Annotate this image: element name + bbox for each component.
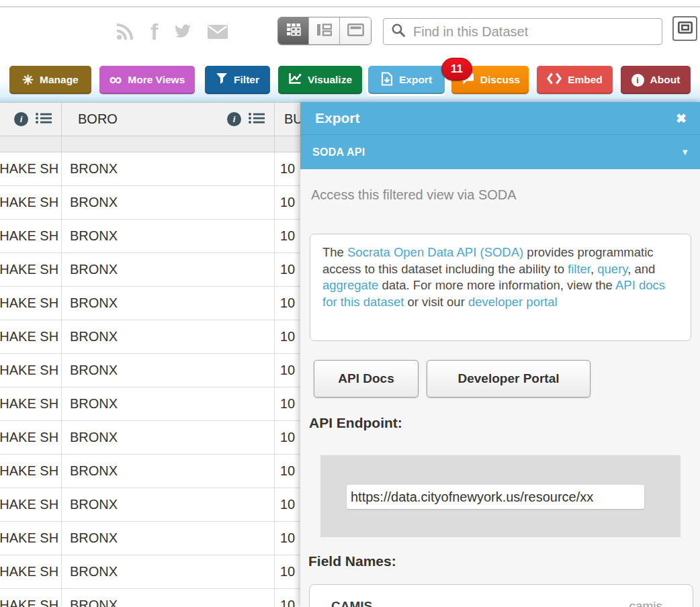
more-views-button[interactable]: ∞ More Views — [99, 66, 195, 94]
cell-boro[interactable]: BRONX — [62, 455, 275, 487]
cell-dba[interactable]: SHAKE SH — [0, 488, 62, 521]
toolbar: f — [0, 12, 700, 51]
embed-button[interactable]: Embed — [537, 66, 613, 94]
text-segment: or visit our — [404, 295, 468, 309]
view-toggle-group — [277, 17, 371, 45]
text-segment: The — [322, 245, 347, 259]
soda-intro-text: Access this filtered view via SODA — [311, 187, 517, 203]
cell-dba[interactable]: SHAKE SH — [0, 589, 62, 607]
cell-boro[interactable]: BRONX — [62, 287, 275, 320]
header-icons: i — [227, 111, 274, 128]
column-header-boro[interactable]: BORO i — [62, 103, 275, 136]
cell-dba[interactable]: SHAKE SH — [0, 354, 62, 387]
cell-dba[interactable]: SHAKE SH — [0, 253, 62, 286]
field-api-name: camis — [629, 599, 662, 607]
page-view-button[interactable] — [340, 17, 371, 44]
field-display-name: CAMIS — [331, 599, 372, 607]
cell-dba[interactable]: SHAKE SH — [0, 287, 62, 320]
cell-boro[interactable]: BRONX — [62, 354, 275, 387]
rss-icon[interactable] — [116, 22, 134, 41]
cell-boro[interactable]: BRONX — [62, 186, 275, 219]
api-endpoint-box — [320, 455, 681, 537]
field-row: CAMIScamis — [331, 599, 662, 607]
download-doc-icon — [381, 72, 393, 89]
field-names-label: Field Names: — [308, 553, 396, 569]
action-bar: ✳ Manage ∞ More Views Filter Visualize E… — [0, 51, 700, 102]
cell-dba[interactable]: SHAKE SH — [0, 522, 62, 555]
cell-boro[interactable]: BRONX — [62, 152, 275, 185]
column-header-dba[interactable]: i — [0, 103, 62, 136]
manage-button[interactable]: ✳ Manage — [9, 66, 91, 94]
top-divider — [0, 6, 700, 7]
more-views-label: More Views — [128, 74, 185, 86]
cell-boro[interactable]: BRONX — [62, 253, 275, 286]
cell-dba[interactable]: SHAKE SH — [0, 555, 62, 588]
fullscreen-icon — [678, 21, 693, 36]
column-info-icon[interactable]: i — [227, 112, 241, 126]
cell-boro[interactable]: BRONX — [62, 522, 275, 555]
cell-boro[interactable]: BRONX — [62, 488, 275, 521]
fullscreen-button[interactable] — [672, 16, 697, 41]
discuss-label: Discuss — [480, 74, 520, 86]
soda-api-label: SODA API — [312, 146, 365, 158]
filter-button[interactable]: Filter — [205, 66, 270, 94]
header-icons: i — [14, 111, 61, 128]
cell-boro[interactable]: BRONX — [62, 387, 275, 420]
grid-view-icon — [286, 23, 301, 39]
email-icon[interactable] — [208, 25, 228, 39]
column-menu-icon[interactable] — [248, 111, 265, 128]
text-segment: , and — [627, 262, 655, 276]
api-endpoint-input[interactable] — [347, 485, 644, 509]
rich-list-view-button[interactable] — [309, 17, 340, 44]
grid-view-button[interactable] — [278, 17, 309, 44]
inline-link[interactable]: Socrata Open Data API (SODA) — [347, 245, 523, 259]
cell-dba[interactable]: SHAKE SH — [0, 387, 62, 420]
api-docs-button[interactable]: API Docs — [314, 360, 419, 398]
column-label: BORO — [78, 111, 118, 127]
close-icon[interactable]: ✖ — [676, 111, 687, 126]
discuss-count-badge: 11 — [441, 58, 472, 81]
find-in-dataset-search — [383, 18, 662, 45]
about-label: About — [650, 74, 681, 86]
api-endpoint-label: API Endpoint: — [309, 415, 402, 431]
inline-link[interactable]: query — [597, 262, 627, 276]
developer-portal-button[interactable]: Developer Portal — [427, 360, 590, 398]
chart-icon — [288, 73, 302, 87]
export-panel-header: Export ✖ — [300, 102, 700, 134]
manage-label: Manage — [40, 74, 79, 86]
inline-link[interactable]: developer portal — [468, 295, 558, 309]
cell-boro[interactable]: BRONX — [62, 320, 275, 353]
search-input[interactable] — [413, 24, 655, 40]
cell-dba[interactable]: SHAKE SH — [0, 152, 62, 185]
about-button[interactable]: i About — [621, 66, 691, 94]
twitter-icon[interactable] — [174, 24, 191, 39]
cell-boro[interactable]: BRONX — [62, 421, 275, 454]
text-segment: , — [590, 262, 597, 276]
inline-link[interactable]: aggregate — [322, 278, 378, 292]
cell-dba[interactable]: SHAKE SH — [0, 220, 62, 252]
visualize-button[interactable]: Visualize — [278, 66, 362, 94]
binoculars-icon: ∞ — [110, 71, 122, 88]
gear-icon: ✳ — [22, 73, 34, 87]
cell-boro[interactable]: BRONX — [62, 589, 275, 607]
cell-boro[interactable]: BRONX — [62, 220, 275, 252]
column-info-icon[interactable]: i — [14, 112, 28, 126]
soda-api-section-header[interactable]: SODA API ▼ — [300, 134, 700, 169]
inline-link[interactable]: filter — [568, 262, 590, 276]
text-segment: data. For more more information, view th… — [378, 278, 615, 292]
chevron-down-icon: ▼ — [681, 147, 689, 157]
funnel-icon — [216, 73, 228, 87]
visualize-label: Visualize — [308, 74, 352, 86]
export-panel: Export ✖ SODA API ▼ Access this filtered… — [300, 102, 700, 607]
search-icon — [390, 22, 406, 41]
cell-dba[interactable]: SHAKE SH — [0, 421, 62, 454]
soda-description: The Socrata Open Data API (SODA) provide… — [310, 234, 691, 341]
export-button[interactable]: Export — [368, 66, 445, 94]
cell-dba[interactable]: SHAKE SH — [0, 186, 62, 219]
cell-boro[interactable]: BRONX — [62, 555, 275, 588]
cell-dba[interactable]: SHAKE SH — [0, 320, 62, 353]
column-menu-icon[interactable] — [35, 111, 52, 128]
facebook-icon[interactable]: f — [150, 21, 158, 42]
social-share-group: f — [116, 21, 228, 42]
cell-dba[interactable]: SHAKE SH — [0, 455, 62, 487]
